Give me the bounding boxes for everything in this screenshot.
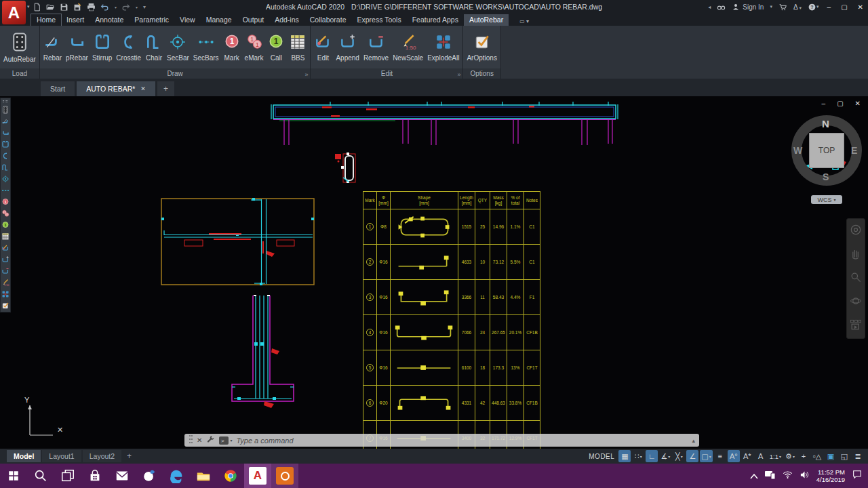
ribbon-tab-annotate[interactable]: Annotate: [90, 14, 129, 26]
taskbar-start-icon[interactable]: [0, 464, 27, 488]
viewcube-west[interactable]: W: [793, 145, 802, 156]
layout-tab-model[interactable]: Model: [7, 450, 41, 462]
isolate-objects-toggle[interactable]: ▫△: [811, 450, 823, 462]
stirrup-button[interactable]: Stirrup: [90, 32, 114, 62]
taskbar-store-icon[interactable]: [81, 464, 108, 488]
new-drawing-tab-button[interactable]: +: [157, 81, 174, 96]
bbs-button[interactable]: BBS: [287, 32, 309, 62]
redo-dropdown-caret[interactable]: ▾: [136, 5, 138, 9]
taskbar-chrome-icon[interactable]: [217, 464, 244, 488]
save-as-button[interactable]: [73, 3, 82, 12]
stirrup-tool-icon[interactable]: [1, 140, 10, 148]
taskbar-explorer-icon[interactable]: [190, 464, 217, 488]
recent-commands-icon[interactable]: >▾: [219, 436, 232, 445]
workspace-gear-toggle[interactable]: ⚙▾: [784, 450, 796, 462]
emark-tool-icon[interactable]: 11: [1, 209, 10, 218]
plan-view-drawing[interactable]: [161, 198, 314, 285]
autorebar-tool-icon[interactable]: [1, 105, 10, 114]
newscale-tool-icon[interactable]: 1:50: [1, 278, 10, 287]
taskbar-taskview-icon[interactable]: [54, 464, 81, 488]
append-tool-icon[interactable]: [1, 255, 10, 264]
autorebar-button[interactable]: AutoRebar: [1, 30, 38, 64]
rebar-tool-icon[interactable]: [1, 117, 10, 125]
taskbar-capture-icon[interactable]: [271, 464, 298, 488]
t-section-drawing[interactable]: [232, 295, 294, 408]
command-bar-close-icon[interactable]: ✕: [197, 436, 202, 444]
ribbon-tab-collaborate[interactable]: Collaborate: [304, 14, 352, 26]
stirrup-section-marker[interactable]: [335, 152, 355, 183]
osnap-toggle[interactable]: ▢▾: [700, 450, 712, 462]
file-tab-start[interactable]: Start: [41, 81, 75, 96]
graphics-performance-toggle[interactable]: ▣: [825, 450, 837, 462]
viewcube-south[interactable]: S: [823, 171, 829, 182]
file-tab-auto-rebar-[interactable]: AUTO REBAR*✕: [77, 81, 155, 96]
command-line-bar[interactable]: ✕ >▾ Type a command ▴: [184, 434, 699, 447]
prebar-button[interactable]: pRebar: [64, 32, 90, 62]
aroptions-tool-icon[interactable]: [1, 301, 10, 310]
crosstie-tool-icon[interactable]: [1, 151, 10, 160]
ribbon-tab-parametric[interactable]: Parametric: [129, 14, 174, 26]
bbs-table[interactable]: MarkΦ[mm]Shape[mm]Length[mm]QTYMass[kg]%…: [363, 191, 540, 449]
secbars-button[interactable]: SecBars: [191, 32, 221, 62]
search-collapse-arrow[interactable]: ◂: [708, 4, 711, 10]
secbar-button[interactable]: SecBar: [165, 32, 191, 62]
newscale-button[interactable]: 1:50NewScale: [391, 32, 425, 62]
plot-button[interactable]: [87, 3, 96, 12]
rebar-button[interactable]: Rebar: [41, 32, 64, 62]
crosshair-plus-toggle[interactable]: +: [797, 450, 810, 462]
secbars-tool-icon[interactable]: [1, 186, 10, 195]
secbar-tool-icon[interactable]: [1, 174, 10, 183]
panel-expander-icon[interactable]: »: [457, 71, 460, 78]
mark-button[interactable]: 1Mark: [221, 32, 243, 62]
chair-button[interactable]: Chair: [143, 32, 165, 62]
taskbar-edge-icon[interactable]: [163, 464, 190, 488]
bbs-row-2[interactable]: 2Φ1646331073.125.5%C1: [363, 245, 540, 280]
volume-icon[interactable]: [800, 470, 810, 483]
drawing-canvas[interactable]: 11111:50: [0, 96, 868, 449]
ribbon-tab-insert[interactable]: Insert: [61, 14, 90, 26]
grid-toggle[interactable]: ▦: [618, 450, 631, 462]
viewcube-top-face[interactable]: TOP: [809, 133, 844, 168]
layout-tab-layout2[interactable]: Layout2: [83, 450, 121, 462]
bbs-row-5[interactable]: 5Φ16610018173.313%CF1T: [363, 350, 540, 386]
toolbar-grip[interactable]: [3, 100, 8, 102]
taskbar-mail-icon[interactable]: [108, 464, 136, 488]
showmotion-icon[interactable]: [849, 318, 863, 334]
application-menu-caret[interactable]: ▾: [27, 4, 30, 9]
snap-toggle[interactable]: ∷▾: [632, 450, 644, 462]
crosstie-button[interactable]: Crosstie: [114, 32, 143, 62]
ribbon-tab-manage[interactable]: Manage: [201, 14, 237, 26]
bbs-row-1[interactable]: 1Φ815152514.961.1%C1: [363, 209, 540, 245]
append-button[interactable]: Append: [334, 32, 361, 62]
navigation-wheel-icon[interactable]: [849, 223, 863, 239]
command-history-toggle[interactable]: ▴: [692, 437, 695, 444]
help-icon[interactable]: ? ▾: [808, 3, 819, 12]
edit-tool-icon[interactable]: [1, 243, 10, 252]
search-binoculars-icon[interactable]: [717, 3, 726, 12]
ribbon-tab-autorebar[interactable]: AutoRebar: [464, 14, 509, 26]
bbs-tool-icon[interactable]: [1, 232, 10, 241]
pan-hand-icon[interactable]: [849, 247, 863, 263]
device-icon[interactable]: [765, 470, 776, 482]
zoom-icon[interactable]: [849, 270, 863, 287]
customize-menu-toggle[interactable]: ≣: [852, 450, 864, 462]
new-layout-button[interactable]: +: [121, 451, 137, 461]
bbs-row-4[interactable]: 4Φ16706624267.6520.1%CF1B: [363, 315, 540, 350]
taskbar-search-icon[interactable]: [27, 464, 54, 488]
taskbar-autocad-icon[interactable]: A: [244, 464, 271, 488]
customize-wrench-icon[interactable]: [206, 434, 215, 447]
qat-customize-caret[interactable]: ▾: [143, 4, 146, 10]
annot-autoscale-toggle[interactable]: A*: [741, 450, 753, 462]
orbit-icon[interactable]: [849, 294, 863, 310]
autodesk-app-icon[interactable]: Δ ▾: [793, 3, 802, 11]
ribbon-tab-express-tools[interactable]: Express Tools: [351, 14, 406, 26]
file-tab-close-icon[interactable]: ✕: [140, 85, 146, 92]
ribbon-tab-view[interactable]: View: [174, 14, 201, 26]
isodraft-toggle[interactable]: ╳▾: [673, 450, 685, 462]
open-button[interactable]: [46, 3, 55, 12]
doc-minimize-button[interactable]: –: [820, 100, 828, 107]
ribbon-tab-featured-apps[interactable]: Featured Apps: [407, 14, 464, 26]
ribbon-tab-output[interactable]: Output: [237, 14, 270, 26]
undo-button[interactable]: [100, 3, 109, 12]
application-menu-button[interactable]: A: [2, 1, 26, 24]
